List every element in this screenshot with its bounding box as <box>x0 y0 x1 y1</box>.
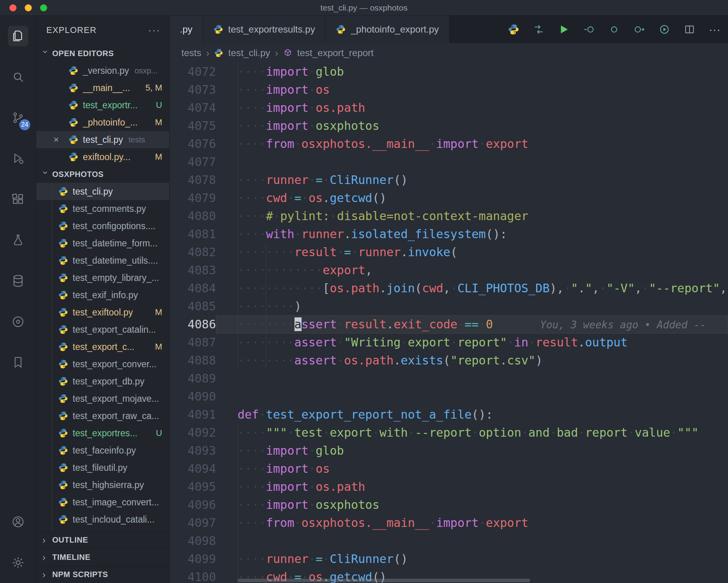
run-all-icon[interactable] <box>658 23 671 36</box>
line-number[interactable]: 4083 <box>170 261 216 279</box>
file-tree-item[interactable]: test_exiftool.py M <box>36 304 169 321</box>
run-below-icon[interactable] <box>583 23 595 36</box>
editor-tab[interactable]: _photoinfo_export.py <box>326 16 449 43</box>
line-number[interactable]: 4082 <box>170 243 216 261</box>
database-icon[interactable] <box>0 261 36 301</box>
source-control-icon[interactable]: 24 <box>0 97 36 138</box>
file-tree-item[interactable]: test_exportres... U <box>36 424 169 442</box>
file-tree-item[interactable]: test_exif_info.py <box>36 286 169 304</box>
section-open-editors[interactable]: › OPEN EDITORS <box>36 45 169 62</box>
line-number[interactable]: 4088 <box>170 352 216 370</box>
line-number[interactable]: 4096 <box>170 496 216 514</box>
open-editor-item[interactable]: _version.py osxp... <box>36 62 169 79</box>
horizontal-scrollbar[interactable] <box>238 579 530 582</box>
code-line[interactable]: 4075····import·osxphotos <box>170 117 728 135</box>
line-number[interactable]: 4095 <box>170 478 216 496</box>
breadcrumb-file[interactable]: test_cli.py <box>228 47 270 58</box>
circle-icon[interactable] <box>608 23 620 36</box>
code-line[interactable]: 4095····import·os.path <box>170 478 728 496</box>
file-tree-item[interactable]: test_export_conver... <box>36 355 169 373</box>
line-number[interactable]: 4074 <box>170 99 216 117</box>
code-line[interactable]: 4074····import·os.path <box>170 99 728 117</box>
file-tree-item[interactable]: test_faceinfo.py <box>36 442 169 459</box>
file-tree-item[interactable]: test_cli.py <box>36 183 169 200</box>
line-number[interactable]: 4081 <box>170 225 216 243</box>
line-number[interactable]: 4097 <box>170 514 216 532</box>
line-number[interactable]: 4098 <box>170 532 216 550</box>
goto-icon[interactable] <box>633 23 646 36</box>
open-editor-item[interactable]: _photoinfo_... M <box>36 114 169 131</box>
code-line[interactable]: 4073····import·os <box>170 81 728 99</box>
code-line[interactable]: 4076····from·osxphotos.__main__·import·e… <box>170 135 728 153</box>
file-tree-item[interactable]: test_export_mojave... <box>36 390 169 407</box>
line-number[interactable]: 4085 <box>170 297 216 315</box>
code-line[interactable]: 4082········result·=·runner.invoke( <box>170 243 728 261</box>
code-line[interactable]: 4093····import·glob <box>170 442 728 460</box>
code-line[interactable]: 4085········) <box>170 297 728 315</box>
line-number[interactable]: 4093 <box>170 442 216 460</box>
code-line[interactable]: 4099····runner·=·CliRunner() <box>170 550 728 568</box>
section-npm-scripts[interactable]: › NPM SCRIPTS <box>36 566 169 583</box>
line-number[interactable]: 4077 <box>170 153 216 171</box>
close-icon[interactable]: × <box>53 134 59 145</box>
split-editor-icon[interactable] <box>683 23 696 36</box>
line-number[interactable]: 4072 <box>170 63 216 81</box>
account-icon[interactable] <box>0 501 36 542</box>
code-line[interactable]: 4088········assert·os.path.exists("repor… <box>170 352 728 370</box>
code-line[interactable]: 4083············export, <box>170 261 728 279</box>
section-folder[interactable]: › OSXPHOTOS <box>36 166 169 183</box>
code-line[interactable]: 4094····import·os <box>170 460 728 478</box>
code-line[interactable]: 4086········assert·result.exit_code·==·0… <box>170 315 728 333</box>
code-line[interactable]: 4092····"""·test·export·with·--report·op… <box>170 424 728 442</box>
line-number[interactable]: 4078 <box>170 171 216 189</box>
search-icon[interactable] <box>0 56 36 97</box>
file-tree-item[interactable]: test_datetime_form... <box>36 235 169 252</box>
compare-changes-icon[interactable] <box>532 23 545 36</box>
open-editor-item[interactable]: × test_cli.py tests <box>36 131 169 148</box>
line-number[interactable]: 4099 <box>170 550 216 568</box>
testing-icon[interactable] <box>0 220 36 261</box>
run-file-icon[interactable] <box>558 23 570 36</box>
explorer-icon[interactable] <box>0 16 36 56</box>
line-number[interactable]: 4092 <box>170 424 216 442</box>
code-line[interactable]: 4078····runner·=·CliRunner() <box>170 171 728 189</box>
line-number[interactable]: 4075 <box>170 117 216 135</box>
extensions-icon[interactable] <box>0 179 36 220</box>
line-number[interactable]: 4073 <box>170 81 216 99</box>
file-tree-item[interactable]: test_image_convert... <box>36 494 169 511</box>
code-line[interactable]: 4097····from·osxphotos.__main__·import·e… <box>170 514 728 532</box>
code-line[interactable]: 4098 <box>170 532 728 550</box>
breadcrumb-symbol[interactable]: test_export_report <box>297 47 374 58</box>
code-line[interactable]: 4077 <box>170 153 728 171</box>
code-area[interactable]: 4072····import·glob4073····import·os4074… <box>170 63 728 583</box>
line-number[interactable]: 4100 <box>170 568 216 583</box>
file-tree-item[interactable]: test_comments.py <box>36 200 169 217</box>
file-tree-item[interactable]: test_export_c... M <box>36 338 169 355</box>
gitlens-icon[interactable] <box>0 301 36 342</box>
line-number[interactable]: 4084 <box>170 279 216 297</box>
code-line[interactable]: 4087········assert·"Writing·export·repor… <box>170 333 728 352</box>
file-tree-item[interactable]: test_export_db.py <box>36 373 169 390</box>
file-tree-item[interactable]: test_configoptions.... <box>36 217 169 235</box>
line-number[interactable]: 4079 <box>170 189 216 207</box>
file-tree-item[interactable]: test_empty_library_... <box>36 269 169 286</box>
editor-tab[interactable]: test_exportresults.py <box>203 16 326 43</box>
code-line[interactable]: 4084············[os.path.join(cwd,·CLI_P… <box>170 279 728 297</box>
line-number[interactable]: 4086 <box>170 315 216 333</box>
code-line[interactable]: 4096····import·osxphotos <box>170 496 728 514</box>
more-actions-icon[interactable]: ··· <box>148 24 161 36</box>
file-tree-item[interactable]: test_highsierra.py <box>36 476 169 494</box>
file-tree-item[interactable]: test_fileutil.py <box>36 459 169 476</box>
section-timeline[interactable]: › TIMELINE <box>36 548 169 566</box>
code-line[interactable]: 4079····cwd·=·os.getcwd() <box>170 189 728 207</box>
line-number[interactable]: 4090 <box>170 388 216 406</box>
code-line[interactable]: 4089 <box>170 370 728 388</box>
line-number[interactable]: 4091 <box>170 406 216 424</box>
line-number[interactable]: 4094 <box>170 460 216 478</box>
line-number[interactable]: 4080 <box>170 207 216 225</box>
code-line[interactable]: 4081····with·runner.isolated_filesystem(… <box>170 225 728 243</box>
code-line[interactable]: 4072····import·glob <box>170 63 728 81</box>
python-icon[interactable] <box>507 23 520 36</box>
bookmarks-icon[interactable] <box>0 342 36 383</box>
open-editor-item[interactable]: exiftool.py... M <box>36 148 169 166</box>
